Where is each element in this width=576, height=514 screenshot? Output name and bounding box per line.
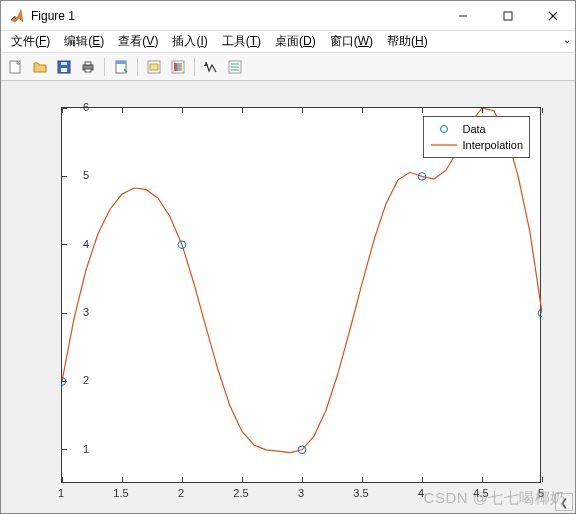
ytick-label: 4 (59, 238, 89, 250)
svg-rect-7 (61, 62, 67, 65)
legend-label: Interpolation (462, 139, 523, 151)
save-icon[interactable] (53, 56, 75, 78)
close-button[interactable] (530, 1, 575, 31)
svg-rect-6 (61, 68, 67, 72)
figure-window: Figure 1 文件(F)编辑(E)查看(V)插入(I)工具(T)桌面(D)窗… (0, 0, 576, 514)
xtick-label: 3 (298, 487, 304, 499)
scroll-hint-icon[interactable]: ❮ (555, 493, 573, 511)
xtick-label: 4 (418, 487, 424, 499)
xtick-label: 2.5 (233, 487, 248, 499)
data-marker-icon (430, 123, 458, 135)
ytick-label: 3 (59, 306, 89, 318)
menu-t[interactable]: 工具(T) (216, 31, 267, 52)
page-setup-icon[interactable] (110, 56, 132, 78)
legend-entry-data[interactable]: Data (430, 121, 523, 137)
window-title: Figure 1 (31, 9, 75, 23)
svg-rect-10 (85, 69, 91, 72)
legend-entry-interp[interactable]: Interpolation (430, 137, 523, 153)
toolbar-separator (194, 58, 195, 76)
menubar: 文件(F)编辑(E)查看(V)插入(I)工具(T)桌面(D)窗口(W)帮助(H)… (1, 31, 575, 53)
open-icon[interactable] (29, 56, 51, 78)
svg-rect-17 (177, 63, 180, 71)
xtick-label: 1 (58, 487, 64, 499)
minimize-button[interactable] (440, 1, 485, 31)
ytick-label: 2 (59, 374, 89, 386)
menu-v[interactable]: 查看(V) (112, 31, 164, 52)
interpolation-line (62, 108, 542, 453)
xtick-label: 2 (178, 487, 184, 499)
svg-rect-16 (174, 63, 177, 71)
svg-rect-18 (180, 63, 182, 71)
menu-i[interactable]: 插入(I) (166, 31, 213, 52)
menu-f[interactable]: 文件(F) (5, 31, 56, 52)
toolbar-separator (104, 58, 105, 76)
svg-point-24 (441, 126, 448, 133)
menu-e[interactable]: 编辑(E) (58, 31, 110, 52)
svg-marker-19 (204, 62, 208, 66)
maximize-button[interactable] (485, 1, 530, 31)
matlab-icon (9, 8, 25, 24)
xtick-label: 4.5 (473, 487, 488, 499)
ytick-label: 1 (59, 443, 89, 455)
ytick-label: 6 (59, 101, 89, 113)
axes[interactable]: Data Interpolation (61, 107, 541, 483)
svg-rect-14 (150, 64, 158, 70)
toolbar-separator (137, 58, 138, 76)
ytick-label: 5 (59, 169, 89, 181)
print-icon[interactable] (77, 56, 99, 78)
line-swatch-icon (430, 139, 458, 151)
xtick-label: 1.5 (113, 487, 128, 499)
xtick-label: 3.5 (353, 487, 368, 499)
edit-plot-icon[interactable] (200, 56, 222, 78)
legend[interactable]: Data Interpolation (423, 116, 530, 158)
legend-label: Data (462, 123, 485, 135)
plot-canvas (62, 108, 542, 484)
svg-rect-9 (85, 62, 91, 65)
new-figure-icon[interactable] (5, 56, 27, 78)
menu-d[interactable]: 桌面(D) (269, 31, 322, 52)
titlebar: Figure 1 (1, 1, 575, 31)
menubar-more-icon[interactable]: ⌄ (563, 34, 571, 45)
svg-rect-12 (116, 61, 126, 64)
menu-h[interactable]: 帮助(H) (381, 31, 434, 52)
insert-colorbar-icon[interactable] (167, 56, 189, 78)
toolbar (1, 53, 575, 81)
xtick-label: 5 (538, 487, 544, 499)
svg-rect-1 (504, 12, 512, 20)
data-cursor-icon[interactable] (224, 56, 246, 78)
plot-area: Data Interpolation ❮ 12345611.522.533.54… (1, 81, 575, 513)
menu-w[interactable]: 窗口(W) (324, 31, 379, 52)
link-plot-icon[interactable] (143, 56, 165, 78)
